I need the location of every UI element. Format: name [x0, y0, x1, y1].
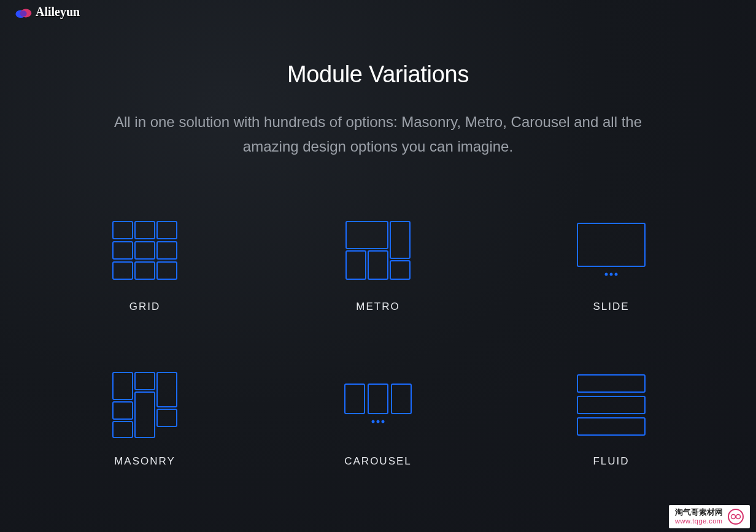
svg-rect-12 [346, 222, 388, 249]
page-subtitle: All in one solution with hundreds of opt… [108, 110, 648, 158]
module-label: FLUID [593, 455, 629, 468]
svg-rect-23 [157, 372, 177, 407]
glasses-face-icon [728, 509, 744, 525]
module-card-grid[interactable]: GRID [44, 220, 246, 313]
svg-point-32 [377, 420, 380, 423]
svg-rect-30 [392, 384, 411, 414]
module-card-fluid[interactable]: FLUID [510, 374, 712, 468]
modules-grid: GRID METRO [44, 220, 712, 468]
module-label: METRO [356, 301, 399, 313]
module-label: GRID [129, 301, 161, 313]
svg-rect-11 [157, 262, 177, 279]
svg-rect-9 [113, 262, 133, 279]
svg-rect-26 [157, 409, 177, 426]
svg-rect-10 [135, 262, 155, 279]
svg-rect-27 [113, 422, 133, 438]
svg-rect-4 [135, 222, 155, 239]
svg-rect-13 [390, 222, 410, 258]
fluid-icon [577, 374, 646, 436]
module-label: MASONRY [114, 455, 176, 468]
svg-rect-8 [157, 242, 177, 259]
svg-rect-17 [577, 223, 645, 266]
module-card-metro[interactable]: METRO [277, 220, 479, 313]
svg-point-38 [736, 515, 741, 519]
svg-rect-22 [135, 372, 155, 390]
svg-rect-3 [113, 222, 133, 239]
module-label: SLIDE [593, 301, 629, 313]
svg-rect-21 [113, 372, 133, 399]
watermark-line2: www.tqge.com [675, 517, 723, 525]
watermark-badge: 淘气哥素材网 www.tqge.com [669, 505, 750, 528]
svg-rect-24 [113, 402, 133, 419]
svg-point-2 [20, 10, 26, 17]
svg-rect-16 [390, 261, 410, 279]
cloud-icon [15, 6, 32, 18]
svg-rect-5 [157, 222, 177, 239]
svg-rect-14 [346, 251, 366, 279]
module-label: CAROUSEL [344, 455, 412, 468]
svg-rect-25 [135, 392, 155, 438]
carousel-icon [344, 374, 412, 436]
svg-rect-28 [345, 384, 364, 414]
brand-name: Alileyun [36, 5, 80, 19]
module-card-masonry[interactable]: MASONRY [44, 374, 246, 468]
svg-rect-29 [368, 384, 388, 414]
svg-point-31 [372, 420, 375, 423]
svg-rect-35 [577, 396, 645, 414]
svg-point-19 [610, 273, 613, 276]
module-card-carousel[interactable]: CAROUSEL [277, 374, 479, 468]
svg-rect-7 [135, 242, 155, 259]
svg-rect-6 [113, 242, 133, 259]
masonry-icon [112, 374, 177, 436]
slide-icon [577, 220, 646, 281]
module-card-slide[interactable]: SLIDE [510, 220, 712, 313]
svg-rect-15 [368, 251, 388, 279]
svg-rect-34 [577, 375, 645, 392]
svg-point-37 [731, 515, 736, 519]
svg-point-33 [382, 420, 385, 423]
svg-point-18 [605, 273, 608, 276]
metro-icon [345, 220, 411, 281]
watermark-line1: 淘气哥素材网 [675, 508, 723, 517]
grid-icon [112, 220, 177, 281]
svg-point-20 [615, 273, 618, 276]
brand-logo: Alileyun [15, 5, 80, 19]
page-title: Module Variations [287, 61, 469, 88]
svg-rect-36 [577, 418, 645, 435]
